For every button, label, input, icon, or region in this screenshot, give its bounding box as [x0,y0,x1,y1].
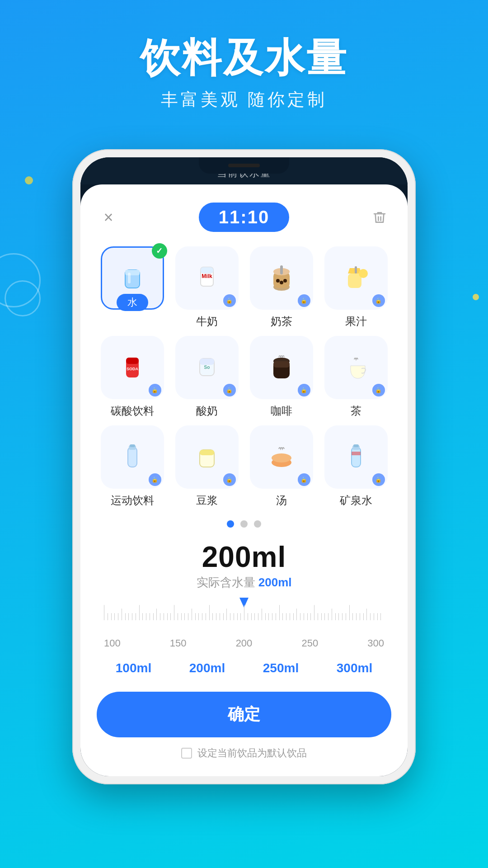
bg-dot-1 [25,176,33,184]
header-area: 饮料及水量 丰富美观 随你定制 [0,36,488,111]
drink-item-soup[interactable]: 🔒汤 [246,425,317,508]
svg-text:Milk: Milk [202,273,212,279]
drink-item-coffee[interactable]: 🔒咖啡 [246,336,317,418]
close-button[interactable]: × [97,206,120,229]
lock-icon: 🔒 [298,384,310,396]
svg-rect-15 [355,266,357,274]
drink-label-soymilk: 豆浆 [196,493,218,508]
quick-btn-200[interactable]: 200ml [180,657,234,679]
volume-main: 200ml [97,540,391,574]
drink-icon-juice: 🔒 [324,246,388,310]
dot-3[interactable] [254,520,261,528]
ruler-label-250: 250 [301,637,318,649]
dot-2[interactable] [240,520,248,528]
phone-notch [199,157,289,174]
svg-point-16 [359,269,368,278]
drink-icon-water: 水 [101,246,164,310]
drink-label-yogurt: 酸奶 [196,404,218,418]
volume-sub-value: 200ml [258,576,292,589]
volume-sub-label: 实际含水量 [197,576,255,589]
drink-label-milk: 牛奶 [196,314,218,329]
lock-icon: 🔒 [298,473,310,486]
svg-rect-1 [125,270,140,275]
quick-btn-100[interactable]: 100ml [107,657,160,679]
svg-rect-26 [128,447,137,467]
svg-rect-2 [128,273,131,283]
modal-card: × 11:10 水Milk🔒牛奶🔒奶茶🔒果汁SODA🔒碳酸饮料So🔒酸奶🔒咖啡🔒… [80,184,408,776]
lock-icon: 🔒 [223,473,236,486]
svg-rect-18 [126,358,139,364]
svg-rect-25 [273,361,290,368]
delete-button[interactable] [368,206,391,229]
drink-item-bubble_tea[interactable]: 🔒奶茶 [246,246,317,329]
bg-dot-2 [473,294,479,300]
drink-item-tea[interactable]: 🔒茶 [320,336,391,418]
drink-icon-milk: Milk🔒 [175,246,239,310]
default-checkbox[interactable] [181,748,192,759]
svg-point-11 [283,279,287,283]
drink-icon-bubble_tea: 🔒 [250,246,313,310]
svg-point-32 [272,453,291,462]
drink-icon-tea: 🔒 [324,336,388,399]
lock-icon: 🔒 [223,384,236,396]
lock-icon: 🔒 [372,473,385,486]
drink-item-yogurt[interactable]: So🔒酸奶 [171,336,242,418]
drink-grid: 水Milk🔒牛奶🔒奶茶🔒果汁SODA🔒碳酸饮料So🔒酸奶🔒咖啡🔒茶🔒运动饮料🔒豆… [97,246,391,508]
quick-btn-300[interactable]: 300ml [328,657,381,679]
drink-item-soda[interactable]: SODA🔒碳酸饮料 [97,336,168,418]
ruler-labels: 100 150 200 250 300 [97,637,391,649]
drink-item-milk[interactable]: Milk🔒牛奶 [171,246,242,329]
phone-speaker [228,164,260,167]
drink-item-sports[interactable]: 🔒运动饮料 [97,425,168,508]
lock-icon: 🔒 [223,294,236,307]
phone-mockup: 当前饮水量 × 11:10 [72,149,416,784]
svg-text:SODA: SODA [126,367,138,371]
drink-icon-soda: SODA🔒 [101,336,164,399]
drink-icon-coffee: 🔒 [250,336,313,399]
dot-1[interactable] [227,520,234,528]
drink-icon-soymilk: 🔒 [175,425,239,489]
drink-label-sports: 运动饮料 [111,493,154,508]
drink-icon-yogurt: So🔒 [175,336,239,399]
quick-btn-250[interactable]: 250ml [254,657,308,679]
drink-item-soymilk[interactable]: 🔒豆浆 [171,425,242,508]
drink-item-water[interactable]: 水 [97,246,168,329]
drink-item-juice[interactable]: 🔒果汁 [320,246,391,329]
lock-icon: 🔒 [149,473,161,486]
bg-circle-2 [5,280,41,316]
svg-rect-35 [353,444,359,447]
svg-point-9 [276,279,280,283]
confirm-button[interactable]: 确定 [97,692,391,737]
lock-icon: 🔒 [298,294,310,307]
svg-rect-28 [130,444,135,447]
pagination-dots [97,520,391,528]
svg-rect-21 [200,359,214,365]
ruler-label-100: 100 [104,637,121,649]
ruler-track [97,598,391,620]
drink-label-tea: 茶 [351,404,361,418]
drink-label-soup: 汤 [276,493,287,508]
default-check-label: 设定当前饮品为默认饮品 [197,746,307,760]
svg-rect-33 [352,447,361,467]
page-subtitle: 丰富美观 随你定制 [0,88,488,111]
svg-rect-12 [280,265,283,274]
svg-point-10 [280,281,283,284]
drink-item-mineral[interactable]: 🔒矿泉水 [320,425,391,508]
svg-rect-4 [201,267,213,274]
time-badge: 11:10 [199,203,289,232]
drink-label-soda: 碳酸饮料 [111,404,154,418]
svg-rect-36 [352,452,361,455]
phone-outer: 当前饮水量 × 11:10 [72,149,416,784]
drink-icon-sports: 🔒 [101,425,164,489]
drink-icon-soup: 🔒 [250,425,313,489]
quick-select: 100ml200ml250ml300ml [97,657,391,679]
lock-icon: 🔒 [372,384,385,396]
phone-inner: 当前饮水量 × 11:10 [80,157,408,776]
drink-badge-water: 水 [117,294,148,311]
ruler[interactable] [97,598,391,634]
modal-header: × 11:10 [97,203,391,232]
ruler-label-150: 150 [170,637,187,649]
lock-icon: 🔒 [372,294,385,307]
ruler-label-300: 300 [367,637,384,649]
drink-label-mineral: 矿泉水 [340,493,372,508]
